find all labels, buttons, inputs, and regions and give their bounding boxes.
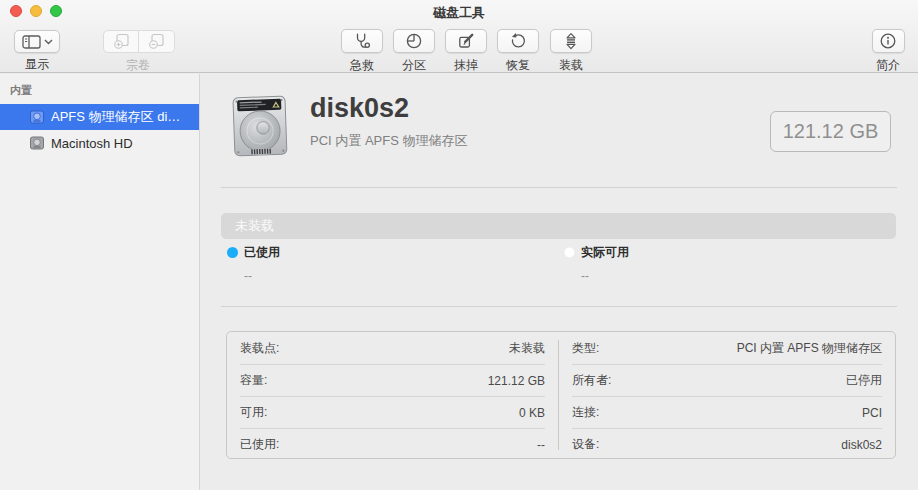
volume-remove-icon	[148, 33, 165, 50]
content-pane: disk0s2 PCI 内置 APFS 物理储存区 121.12 GB 未装载 …	[200, 74, 918, 490]
divider	[221, 306, 897, 307]
legend-available-value: --	[581, 269, 629, 283]
window-title: 磁盘工具	[0, 4, 918, 22]
divider	[221, 187, 897, 188]
legend-available-dot	[564, 247, 575, 258]
sidebar-item-label: APFS 物理储存区 di…	[51, 108, 180, 126]
detail-row-device: 设备: disk0s2	[572, 428, 882, 460]
legend-used-dot	[227, 247, 238, 258]
disk-utility-window: 磁盘工具 显示	[0, 0, 918, 490]
restore-button[interactable]	[497, 29, 539, 53]
titlebar: 磁盘工具	[0, 0, 918, 22]
detail-row-capacity: 容量: 121.12 GB	[240, 364, 545, 396]
partition-button[interactable]	[393, 29, 435, 53]
sidebar-item-macintosh-hd[interactable]: Macintosh HD	[0, 130, 199, 156]
add-volume-button[interactable]	[103, 30, 139, 53]
volume-add-icon	[113, 33, 130, 50]
detail-row-mount-point: 装载点: 未装载	[240, 332, 545, 364]
internal-drive-icon	[29, 109, 45, 125]
info-button[interactable]	[872, 29, 905, 53]
detail-row-used: 已使用: --	[240, 428, 545, 460]
details-column-left: 装载点: 未装载 容量: 121.12 GB 可用: 0 KB 已使用: --	[227, 332, 558, 458]
erase-label: 抹掉	[444, 57, 488, 74]
sidebar: 内置 APFS 物理储存区 di… Macintosh HD	[0, 74, 200, 490]
detail-row-available: 可用: 0 KB	[240, 396, 545, 428]
legend-used-value: --	[244, 269, 280, 283]
legend-used-label: 已使用	[244, 244, 280, 261]
legend-available: 实际可用 --	[564, 244, 629, 283]
partition-pie-icon	[405, 32, 423, 50]
sidebar-item-apfs-container[interactable]: APFS 物理储存区 di…	[0, 104, 199, 130]
legend-available-label: 实际可用	[581, 244, 629, 261]
first-aid-label: 急救	[340, 57, 384, 74]
mount-button[interactable]	[550, 29, 592, 53]
window-chrome: 磁盘工具 显示	[0, 0, 918, 73]
details-column-right: 类型: PCI 内置 APFS 物理储存区 所有者: 已停用 连接: PCI 设…	[559, 332, 895, 458]
detail-row-type: 类型: PCI 内置 APFS 物理储存区	[572, 332, 882, 364]
legend-used: 已使用 --	[227, 244, 280, 283]
erase-button[interactable]	[445, 29, 487, 53]
chevron-down-icon	[44, 39, 53, 45]
first-aid-button[interactable]	[341, 29, 383, 53]
erase-pencil-icon	[457, 32, 475, 50]
usage-bar-unmounted: 未装载	[221, 213, 896, 239]
toolbar: 显示	[0, 22, 918, 72]
mount-label: 装载	[548, 57, 594, 74]
remove-volume-button[interactable]	[139, 30, 175, 53]
sidebar-section-internal: 内置	[0, 81, 199, 104]
mount-spindle-icon	[562, 32, 580, 50]
usage-bar-label: 未装载	[235, 217, 274, 235]
sidebar-item-label: Macintosh HD	[51, 136, 133, 151]
volume-label: 宗卷	[103, 57, 173, 74]
first-aid-stethoscope-icon	[353, 32, 371, 50]
restore-label: 恢复	[496, 57, 540, 74]
show-sidebar-dropdown-button[interactable]	[14, 30, 60, 53]
info-icon	[879, 32, 897, 50]
detail-row-connection: 连接: PCI	[572, 396, 882, 428]
show-label: 显示	[14, 56, 60, 73]
internal-drive-icon	[29, 135, 45, 151]
partition-label: 分区	[392, 57, 436, 74]
device-subtitle: PCI 内置 APFS 物理储存区	[310, 132, 467, 150]
hard-disk-icon	[227, 94, 293, 162]
info-label: 简介	[871, 57, 905, 74]
sidebar-panel-icon	[22, 35, 41, 49]
device-title: disk0s2	[310, 93, 409, 124]
size-badge: 121.12 GB	[770, 111, 891, 152]
detail-row-owner: 所有者: 已停用	[572, 364, 882, 396]
restore-arrow-icon	[509, 32, 527, 50]
details-table: 装载点: 未装载 容量: 121.12 GB 可用: 0 KB 已使用: --	[226, 331, 896, 459]
